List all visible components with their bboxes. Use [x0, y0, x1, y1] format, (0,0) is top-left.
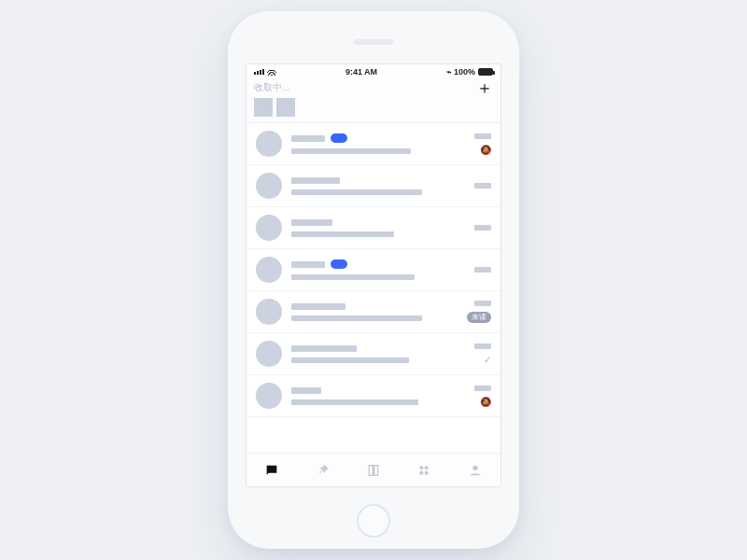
- bluetooth-icon: ⌁: [446, 67, 451, 77]
- loading-label: 收取中...: [254, 81, 289, 94]
- compose-button[interactable]: ＋: [476, 81, 493, 94]
- svg-point-3: [425, 466, 429, 469]
- svg-rect-0: [369, 465, 373, 475]
- preview-placeholder: [291, 274, 415, 280]
- avatar: [256, 173, 282, 199]
- battery-percent: 100%: [454, 67, 475, 77]
- tab-pin[interactable]: [315, 462, 331, 479]
- wifi-icon: [267, 68, 276, 76]
- time-placeholder: [474, 267, 491, 273]
- battery-icon: [478, 68, 493, 76]
- tab-bar: [247, 453, 500, 486]
- header-tabs-placeholder: [254, 98, 493, 117]
- avatar: [256, 341, 282, 367]
- avatar: [256, 257, 282, 283]
- status-time: 9:41 AM: [276, 67, 446, 77]
- title-placeholder: [291, 387, 321, 394]
- tab-docs[interactable]: [365, 462, 382, 479]
- title-placeholder: [291, 177, 340, 184]
- sent-check-icon: ✓: [484, 355, 491, 365]
- list-item[interactable]: 🔕: [247, 123, 500, 165]
- phone-frame: 9:41 AM ⌁ 100% 收取中... ＋ 🔕未读✓🔕: [228, 11, 519, 549]
- unread-badge: [331, 133, 347, 143]
- svg-point-5: [425, 470, 429, 474]
- app-header: 收取中... ＋: [247, 79, 500, 123]
- home-button[interactable]: [357, 504, 390, 538]
- title-placeholder: [291, 303, 345, 310]
- svg-rect-1: [374, 465, 378, 475]
- svg-point-4: [420, 470, 424, 474]
- conversation-list[interactable]: 🔕未读✓🔕: [247, 123, 500, 453]
- preview-placeholder: [291, 231, 394, 237]
- preview-placeholder: [291, 189, 422, 195]
- preview-placeholder: [291, 357, 409, 363]
- tab-apps[interactable]: [416, 462, 432, 479]
- unread-badge: [331, 259, 347, 269]
- tab-me[interactable]: [467, 462, 484, 479]
- time-placeholder: [474, 225, 491, 231]
- list-item[interactable]: [247, 249, 500, 291]
- time-placeholder: [474, 385, 491, 391]
- list-item[interactable]: [247, 207, 500, 249]
- list-item[interactable]: [247, 165, 500, 207]
- mute-icon: 🔕: [480, 397, 491, 407]
- list-item[interactable]: 未读: [247, 291, 500, 333]
- title-placeholder: [291, 135, 325, 142]
- list-item[interactable]: 🔕: [247, 375, 500, 417]
- preview-placeholder: [291, 315, 422, 321]
- title-placeholder: [291, 219, 332, 226]
- avatar: [256, 131, 282, 157]
- unread-pill: 未读: [467, 312, 491, 323]
- time-placeholder: [474, 343, 491, 349]
- time-placeholder: [474, 183, 491, 189]
- avatar: [256, 299, 282, 325]
- signal-icon: [254, 69, 264, 75]
- preview-placeholder: [291, 148, 411, 154]
- svg-point-6: [472, 465, 477, 469]
- avatar: [256, 215, 282, 241]
- list-item[interactable]: ✓: [247, 333, 500, 375]
- mute-icon: 🔕: [480, 145, 491, 155]
- svg-point-2: [420, 466, 424, 469]
- title-placeholder: [291, 261, 325, 268]
- time-placeholder: [474, 301, 491, 306]
- avatar: [256, 383, 282, 409]
- phone-speaker: [354, 39, 393, 45]
- title-placeholder: [291, 345, 357, 352]
- app-screen: 9:41 AM ⌁ 100% 收取中... ＋ 🔕未读✓🔕: [246, 63, 501, 487]
- time-placeholder: [474, 133, 491, 139]
- preview-placeholder: [291, 399, 418, 405]
- status-bar: 9:41 AM ⌁ 100%: [247, 64, 500, 79]
- tab-chat[interactable]: [263, 462, 280, 479]
